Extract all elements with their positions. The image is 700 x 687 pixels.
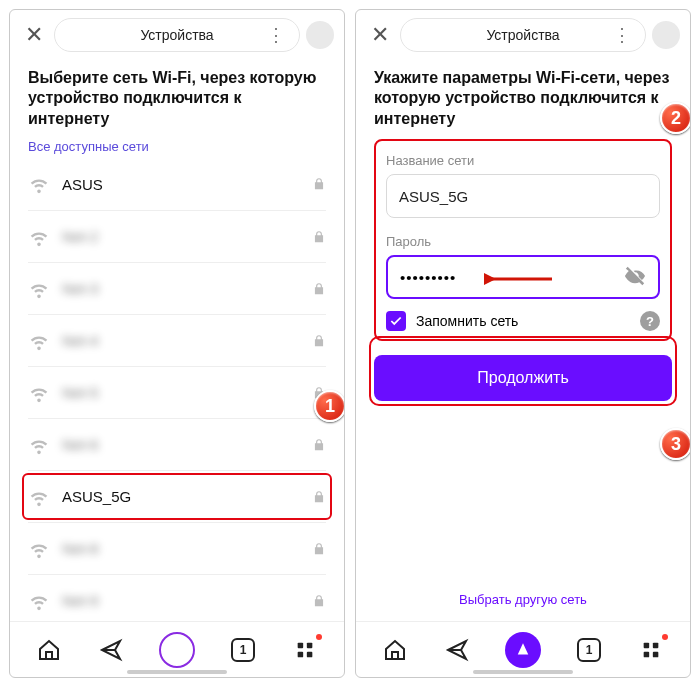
wifi-name: Net-9 (62, 592, 312, 609)
wifi-icon (28, 538, 50, 560)
notification-dot (662, 634, 668, 640)
lock-icon (312, 177, 326, 191)
wifi-icon (28, 434, 50, 456)
wifi-name: ASUS (62, 176, 312, 193)
wifi-name: Net-4 (62, 332, 312, 349)
page-heading: Выберите сеть Wi-Fi, через которую устро… (28, 68, 326, 129)
wifi-list: ASUS Net-2 Net-3 Net-4 (28, 158, 326, 621)
nav-menu-icon[interactable] (291, 636, 319, 664)
close-button[interactable]: ✕ (366, 22, 394, 48)
home-indicator (473, 670, 573, 674)
password-field[interactable] (386, 255, 660, 299)
header-title-pill[interactable]: Устройства ⋮ (400, 18, 646, 52)
wifi-icon (28, 173, 50, 195)
svg-rect-5 (644, 642, 650, 648)
wifi-icon (28, 382, 50, 404)
nav-home-icon[interactable] (35, 636, 63, 664)
ssid-value: ASUS_5G (399, 188, 468, 205)
phone-right: ✕ Устройства ⋮ Укажите параметры Wi-Fi-с… (355, 9, 691, 678)
wifi-item[interactable]: Net-2 (28, 210, 326, 262)
lock-icon (312, 230, 326, 244)
continue-button[interactable]: Продолжить (374, 355, 672, 401)
wifi-icon (28, 330, 50, 352)
nav-alice-button[interactable] (505, 632, 541, 668)
close-button[interactable]: ✕ (20, 22, 48, 48)
remember-label: Запомнить сеть (416, 313, 518, 329)
wifi-item[interactable]: ASUS (28, 158, 326, 210)
wifi-name: ASUS_5G (62, 488, 312, 505)
tab-count: 1 (231, 638, 255, 662)
svg-rect-3 (307, 651, 313, 657)
all-networks-link[interactable]: Все доступные сети (28, 139, 326, 154)
wifi-name: Net-5 (62, 384, 312, 401)
header: ✕ Устройства ⋮ (10, 10, 344, 60)
phone-left: ✕ Устройства ⋮ Выберите сеть Wi-Fi, чере… (9, 9, 345, 678)
wifi-name: Net-2 (62, 228, 312, 245)
continue-highlight: Продолжить (374, 341, 672, 401)
svg-rect-7 (644, 651, 650, 657)
lock-icon (312, 490, 326, 504)
nav-send-icon[interactable] (97, 636, 125, 664)
wifi-icon (28, 486, 50, 508)
page-heading: Укажите параметры Wi-Fi-сети, через кото… (374, 68, 672, 129)
wifi-icon (28, 278, 50, 300)
wifi-item[interactable]: Net-5 (28, 366, 326, 418)
nav-send-icon[interactable] (443, 636, 471, 664)
password-input[interactable] (400, 269, 616, 286)
wifi-item[interactable]: Net-4 (28, 314, 326, 366)
nav-home-icon[interactable] (381, 636, 409, 664)
lock-icon (312, 438, 326, 452)
wifi-item[interactable]: Net-3 (28, 262, 326, 314)
avatar[interactable] (306, 21, 334, 49)
remember-checkbox[interactable] (386, 311, 406, 331)
svg-rect-2 (298, 651, 304, 657)
right-content: Укажите параметры Wi-Fi-сети, через кото… (356, 60, 690, 621)
home-indicator (127, 670, 227, 674)
annotation-callout-3: 3 (660, 428, 690, 460)
svg-rect-6 (653, 642, 659, 648)
svg-rect-1 (307, 642, 313, 648)
eye-off-icon[interactable] (624, 265, 646, 290)
choose-other-link[interactable]: Выбрать другую сеть (356, 592, 690, 607)
wifi-name: Net-8 (62, 540, 312, 557)
header-title-pill[interactable]: Устройства ⋮ (54, 18, 300, 52)
remember-row: Запомнить сеть ? (386, 311, 660, 331)
lock-icon (312, 594, 326, 608)
wifi-icon (28, 226, 50, 248)
avatar[interactable] (652, 21, 680, 49)
lock-icon (312, 334, 326, 348)
password-label: Пароль (386, 234, 660, 249)
help-icon[interactable]: ? (640, 311, 660, 331)
wifi-name: Net-3 (62, 280, 312, 297)
annotation-callout-1: 1 (314, 390, 344, 422)
header-title: Устройства (140, 27, 213, 43)
more-icon[interactable]: ⋮ (613, 24, 631, 46)
nav-menu-icon[interactable] (637, 636, 665, 664)
wifi-name: Net-6 (62, 436, 312, 453)
wifi-item[interactable]: Net-9 (28, 574, 326, 621)
header-title: Устройства (486, 27, 559, 43)
ssid-label: Название сети (386, 153, 660, 168)
lock-icon (312, 542, 326, 556)
wifi-item-selected[interactable]: ASUS_5G (28, 470, 326, 522)
notification-dot (316, 634, 322, 640)
svg-rect-8 (653, 651, 659, 657)
lock-icon (312, 282, 326, 296)
bottom-nav: 1 (10, 621, 344, 677)
svg-rect-0 (298, 642, 304, 648)
wifi-item[interactable]: Net-6 (28, 418, 326, 470)
bottom-nav: 1 (356, 621, 690, 677)
left-content: Выберите сеть Wi-Fi, через которую устро… (10, 60, 344, 621)
nav-alice-button[interactable] (159, 632, 195, 668)
tab-count: 1 (577, 638, 601, 662)
nav-tabs-button[interactable]: 1 (575, 636, 603, 664)
header: ✕ Устройства ⋮ (356, 10, 690, 60)
wifi-form: Название сети ASUS_5G Пароль (374, 139, 672, 341)
wifi-item[interactable]: Net-8 (28, 522, 326, 574)
ssid-field[interactable]: ASUS_5G (386, 174, 660, 218)
nav-tabs-button[interactable]: 1 (229, 636, 257, 664)
annotation-callout-2: 2 (660, 102, 690, 134)
wifi-icon (28, 590, 50, 612)
more-icon[interactable]: ⋮ (267, 24, 285, 46)
